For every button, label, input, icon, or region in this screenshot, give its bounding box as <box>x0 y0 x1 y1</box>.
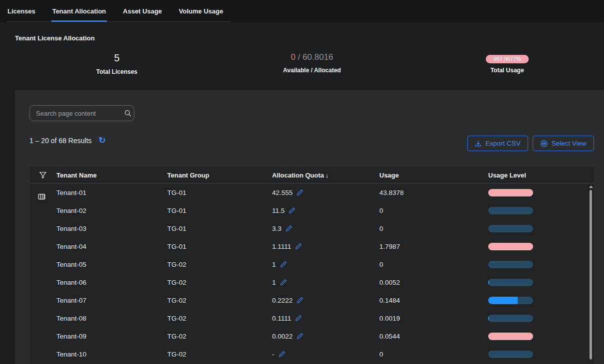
tenant-name-cell: Tenant-05 <box>52 261 163 268</box>
tenant-group-cell: TG-02 <box>163 351 268 358</box>
toolbar-buttons: Export CSV Select View <box>467 136 594 151</box>
search-input[interactable] <box>36 110 124 117</box>
table-row[interactable]: Tenant-09TG-020.00220.0544 <box>30 327 594 345</box>
total-usage-label: Total Usage <box>486 67 529 74</box>
col-allocation-quota[interactable]: Allocation Quota↓ <box>268 172 375 179</box>
tenant-name-cell: Tenant-07 <box>52 297 163 304</box>
allocation-quota-cell: 0.2222 <box>268 297 375 304</box>
total-usage-badge: 967.9677% <box>486 55 529 63</box>
export-csv-button[interactable]: Export CSV <box>467 136 528 151</box>
table-row[interactable]: Tenant-10TG-02-0 <box>30 345 594 363</box>
allocation-quota-cell: 42.555 <box>268 189 375 196</box>
tenant-name-cell: Tenant-09 <box>52 333 163 340</box>
usage-cell: 0.1484 <box>375 297 484 304</box>
table-row[interactable]: Tenant-05TG-0210 <box>30 255 594 273</box>
edit-quota-icon[interactable] <box>295 315 302 322</box>
allocation-quota-value: 0.1111 <box>272 315 291 322</box>
table-row[interactable]: Tenant-04TG-011.11111.7987 <box>30 237 594 255</box>
usage-cell: 0.0052 <box>375 279 484 286</box>
table-row[interactable]: Tenant-06TG-0210.0052 <box>30 273 594 291</box>
usage-level-pill <box>488 207 533 214</box>
allocation-quota-cell: 1 <box>268 279 375 286</box>
table-row[interactable]: Tenant-02TG-0111.50 <box>30 201 594 219</box>
allocated-value: 60.8016 <box>302 52 333 62</box>
tenant-name-cell: Tenant-08 <box>52 315 163 322</box>
available-allocated-label: Available / Allocated <box>283 67 341 74</box>
allocation-quota-value: 1.1111 <box>272 243 291 250</box>
allocation-quota-value: 1 <box>272 279 276 286</box>
refresh-icon[interactable]: ↻ <box>99 136 106 145</box>
usage-level-cell <box>484 297 594 304</box>
scroll-up-icon[interactable] <box>589 185 593 188</box>
allocation-quota-cell: 0.1111 <box>268 315 375 322</box>
usage-level-pill <box>488 243 533 250</box>
col-usage-level[interactable]: Usage Level <box>484 172 594 179</box>
stat-total-usage: 967.9677% Total Usage <box>486 54 529 74</box>
columns-icon[interactable] <box>37 192 46 201</box>
tenant-name-cell: Tenant-10 <box>52 351 163 358</box>
table-scrollbar[interactable] <box>589 185 593 362</box>
tab-asset-usage[interactable]: Asset Usage <box>122 0 163 22</box>
tenant-name-cell: Tenant-02 <box>52 207 163 214</box>
allocation-quota-value: - <box>272 351 275 358</box>
allocation-quota-cell: 3.3 <box>268 225 375 232</box>
usage-cell: 0 <box>375 261 484 268</box>
allocation-quota-value: 0.0022 <box>272 333 293 340</box>
tab-volume-usage[interactable]: Volume Usage <box>178 0 224 22</box>
table-row[interactable]: Tenant-01TG-0142.55543.8378 <box>30 183 594 201</box>
allocation-quota-value: 11.5 <box>272 207 285 214</box>
edit-quota-icon[interactable] <box>297 297 303 304</box>
tenant-group-cell: TG-01 <box>163 243 268 250</box>
edit-quota-icon[interactable] <box>295 243 302 250</box>
usage-level-cell <box>484 261 594 268</box>
usage-level-pill <box>488 297 533 304</box>
edit-quota-icon[interactable] <box>297 333 303 340</box>
table-row[interactable]: Tenant-08TG-020.11110.0019 <box>30 309 594 327</box>
tenant-group-cell: TG-02 <box>163 297 268 304</box>
tab-licenses[interactable]: Licenses <box>6 0 36 22</box>
col-tenant-name[interactable]: Tenant Name <box>52 172 163 179</box>
usage-level-pill <box>488 225 533 232</box>
edit-quota-icon[interactable] <box>286 225 293 232</box>
sort-desc-icon: ↓ <box>325 172 329 179</box>
total-licenses-label: Total Licenses <box>96 68 137 75</box>
usage-level-cell <box>484 315 594 322</box>
edit-quota-icon[interactable] <box>297 189 303 196</box>
allocation-quota-cell: 1 <box>268 261 375 268</box>
usage-level-cell <box>484 333 594 340</box>
search-box[interactable] <box>29 105 134 121</box>
edit-quota-icon[interactable] <box>280 279 287 286</box>
allocation-quota-value: 1 <box>272 261 276 268</box>
allocation-quota-value: 42.555 <box>272 189 293 196</box>
allocation-quota-value: 0.2222 <box>272 297 293 304</box>
usage-level-pill <box>488 279 533 286</box>
usage-level-cell <box>484 351 594 358</box>
tenant-group-cell: TG-01 <box>163 207 268 214</box>
allocation-quota-cell: - <box>268 351 375 358</box>
usage-cell: 0.0544 <box>375 333 484 340</box>
usage-level-cell <box>484 279 594 286</box>
tenant-group-cell: TG-02 <box>163 315 268 322</box>
table-row[interactable]: Tenant-03TG-013.30 <box>30 219 594 237</box>
edit-quota-icon[interactable] <box>279 351 286 358</box>
filter-icon[interactable] <box>30 171 52 179</box>
edit-quota-icon[interactable] <box>289 207 296 214</box>
page-title: Tenant License Allocation <box>15 34 95 42</box>
scrollbar-thumb[interactable] <box>590 190 592 360</box>
tenant-name-cell: Tenant-06 <box>52 279 163 286</box>
results-row: 1 – 20 of 68 Results ↻ <box>29 136 106 145</box>
table-row[interactable]: Tenant-07TG-020.22220.1484 <box>30 291 594 309</box>
tenant-group-cell: TG-01 <box>163 225 268 232</box>
col-tenant-group[interactable]: Tenant Group <box>163 172 268 179</box>
usage-cell: 0.0019 <box>375 315 484 322</box>
search-icon[interactable] <box>124 109 132 117</box>
tenant-group-cell: TG-02 <box>163 333 268 340</box>
usage-level-cell <box>484 207 594 214</box>
tenant-group-cell: TG-02 <box>163 279 268 286</box>
select-view-button[interactable]: Select View <box>533 136 594 151</box>
edit-quota-icon[interactable] <box>280 261 287 268</box>
tab-tenant-allocation[interactable]: Tenant Allocation <box>51 0 107 22</box>
export-csv-label: Export CSV <box>485 140 521 147</box>
eye-icon <box>540 140 548 148</box>
col-usage[interactable]: Usage <box>375 172 484 179</box>
